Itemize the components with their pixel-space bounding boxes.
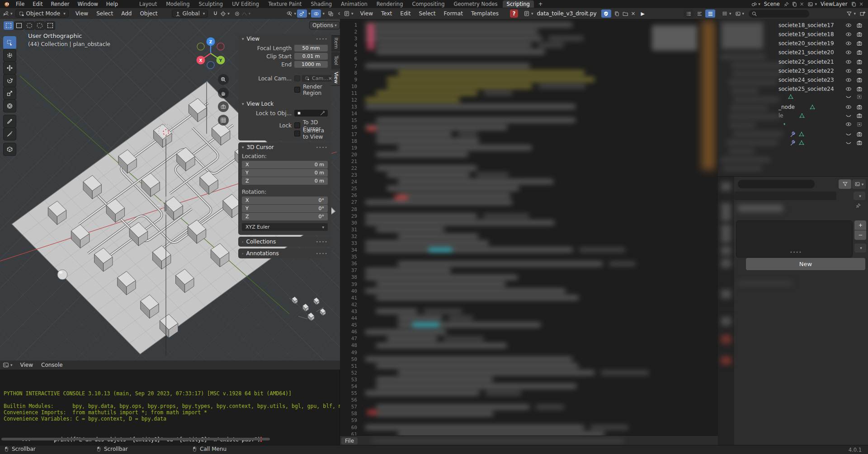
camera-visibility-icon[interactable] xyxy=(856,131,863,137)
add-cube-tool-button[interactable] xyxy=(3,143,16,156)
close-scene-icon[interactable]: × xyxy=(800,1,804,7)
snap-target-icon[interactable] xyxy=(220,11,226,17)
workspace-tab[interactable]: Sculpting xyxy=(194,0,227,8)
camera-disabled-icon[interactable] xyxy=(856,94,863,100)
outliner-search-input[interactable] xyxy=(749,10,809,18)
visibility-icon[interactable] xyxy=(286,10,292,17)
close-viewlayer-icon[interactable]: × xyxy=(859,1,863,7)
copy-scene-icon[interactable] xyxy=(792,1,797,7)
rotate-tool-button[interactable] xyxy=(3,74,16,87)
proportional-falloff-icon[interactable] xyxy=(241,11,247,17)
workspace-tab[interactable]: Scripting xyxy=(503,0,534,8)
mode-dropdown[interactable]: Object Mode▾ xyxy=(15,9,69,18)
orthographic-toggle-button[interactable] xyxy=(218,115,229,126)
select-extend-button[interactable] xyxy=(45,21,55,30)
word-wrap-toggle[interactable] xyxy=(694,9,704,18)
viewport-menu-item[interactable]: View xyxy=(71,10,92,17)
collapsed-panel-header[interactable]: ›Annotations∙∙∙∙ xyxy=(238,248,331,258)
outliner-filter-mode-icon[interactable] xyxy=(735,11,741,17)
collapsed-panel-header[interactable]: ›Collections∙∙∙∙ xyxy=(238,237,331,247)
resolve-conflict-button[interactable] xyxy=(601,9,611,18)
properties-collapse-chevron[interactable]: ▾ xyxy=(854,192,865,200)
object-name[interactable]: _node xyxy=(778,104,795,110)
workspace-tab[interactable]: Rendering xyxy=(373,0,407,8)
proportional-edit-icon[interactable] xyxy=(234,11,240,17)
line-numbers-toggle[interactable] xyxy=(684,9,693,18)
shading-mode-buttons[interactable] xyxy=(336,9,340,18)
console-hscrollbar[interactable] xyxy=(1,438,270,440)
unlink-text-icon[interactable]: × xyxy=(631,10,636,17)
camera-visibility-icon[interactable] xyxy=(856,59,863,65)
object-name[interactable]: le xyxy=(778,112,783,119)
select-box-button[interactable] xyxy=(14,21,24,30)
camera-view-button[interactable] xyxy=(218,101,229,112)
object-name[interactable]: societe23_societe22 xyxy=(778,68,834,74)
scene-chevron[interactable]: ▾ xyxy=(758,2,760,6)
camera-visibility-icon[interactable] xyxy=(856,40,863,47)
camera-visibility-icon[interactable] xyxy=(856,104,863,110)
camera-visibility-icon[interactable] xyxy=(856,140,863,146)
cursor-panel-header[interactable]: ▾3D Cursor∙∙∙∙ xyxy=(238,142,331,152)
new-text-icon[interactable] xyxy=(614,11,620,17)
text-editor-body[interactable]: 1234567891011121314151617181920212223242… xyxy=(340,19,718,435)
workspace-tab[interactable]: Animation xyxy=(337,0,372,8)
syntax-highlight-toggle[interactable] xyxy=(705,9,715,18)
text-editor-menu-item[interactable]: Text xyxy=(377,10,396,17)
eye-closed-icon[interactable] xyxy=(845,131,852,137)
snap-chevron[interactable]: ▾ xyxy=(227,11,230,16)
viewlayer-icon[interactable] xyxy=(807,1,813,7)
eye-icon[interactable] xyxy=(845,31,852,37)
axis-value-field[interactable]: X0 m xyxy=(242,161,328,168)
viewlayer-chevron[interactable]: ▾ xyxy=(815,2,817,6)
alert-question-button[interactable]: ? xyxy=(510,9,518,18)
axis-value-field[interactable]: X0° xyxy=(242,197,328,204)
outliner-row[interactable]: societe24_societe23 xyxy=(718,75,868,84)
scene-name[interactable]: Scene xyxy=(764,1,780,7)
eyedropper-icon[interactable] xyxy=(320,110,326,116)
camera-to-view-checkbox[interactable] xyxy=(294,131,300,136)
console-menu-item[interactable]: View xyxy=(16,362,37,368)
object-name[interactable]: societe20_societe19 xyxy=(778,40,834,47)
text-editor-menu-item[interactable]: Templates xyxy=(467,10,503,17)
editor-type-text-icon[interactable] xyxy=(344,10,350,17)
overlays-toggle[interactable] xyxy=(311,9,321,18)
add-workspace-button[interactable]: + xyxy=(534,1,547,7)
outliner-filter-icon[interactable] xyxy=(846,11,852,17)
workspace-tab[interactable]: Geometry Nodes xyxy=(450,0,502,8)
pin-icon[interactable] xyxy=(783,1,789,7)
blender-logo-icon[interactable] xyxy=(4,1,10,7)
move-tool-button[interactable] xyxy=(3,61,16,75)
copy-viewlayer-icon[interactable] xyxy=(851,1,857,7)
eye-icon[interactable] xyxy=(845,49,852,56)
scale-tool-button[interactable] xyxy=(3,87,16,100)
outliner-row[interactable]: societe21_societe20 xyxy=(718,48,868,56)
editor-type-chevron[interactable]: ▾ xyxy=(10,11,13,16)
editor-type-3d-icon[interactable] xyxy=(3,10,9,17)
eye-icon[interactable] xyxy=(845,40,852,47)
orientation-dropdown[interactable]: Global▾ xyxy=(172,9,208,18)
outliner-row[interactable] xyxy=(718,120,868,128)
snap-magnet-icon[interactable] xyxy=(212,11,218,17)
properties-display-button[interactable]: ▾ xyxy=(852,179,866,189)
camera-visibility-icon[interactable] xyxy=(856,31,863,37)
axis-value-field[interactable]: Z0° xyxy=(242,213,328,220)
annotate-tool-button[interactable] xyxy=(3,115,16,128)
navigation-gizmo[interactable]: ZXY xyxy=(193,36,228,70)
topbar-menu-item[interactable]: Help xyxy=(102,1,122,7)
render-region-checkbox[interactable] xyxy=(294,87,300,93)
eye-icon[interactable] xyxy=(845,59,852,65)
outliner-row[interactable]: societe20_societe19 xyxy=(718,39,868,47)
editor-scroll-region[interactable] xyxy=(702,21,715,170)
eye-icon[interactable] xyxy=(845,121,852,127)
viewport-menu-item[interactable]: Add xyxy=(117,10,136,17)
options-dropdown[interactable]: Options▾ xyxy=(309,21,340,29)
eye-icon[interactable] xyxy=(845,77,852,83)
camera-visibility-icon[interactable] xyxy=(856,77,863,83)
list-specials-button[interactable]: ▾ xyxy=(854,243,866,253)
console-body[interactable]: PYTHON INTERACTIVE CONSOLE 3.10.13 (main… xyxy=(0,370,340,445)
object-name[interactable]: societe24_societe23 xyxy=(778,77,834,83)
console-menu-item[interactable]: Console xyxy=(37,362,67,368)
local-camera-field[interactable]: Cam...× xyxy=(302,75,335,82)
text-editor-menu-item[interactable]: Format xyxy=(440,10,467,17)
workspace-tab[interactable]: Modeling xyxy=(162,0,193,8)
